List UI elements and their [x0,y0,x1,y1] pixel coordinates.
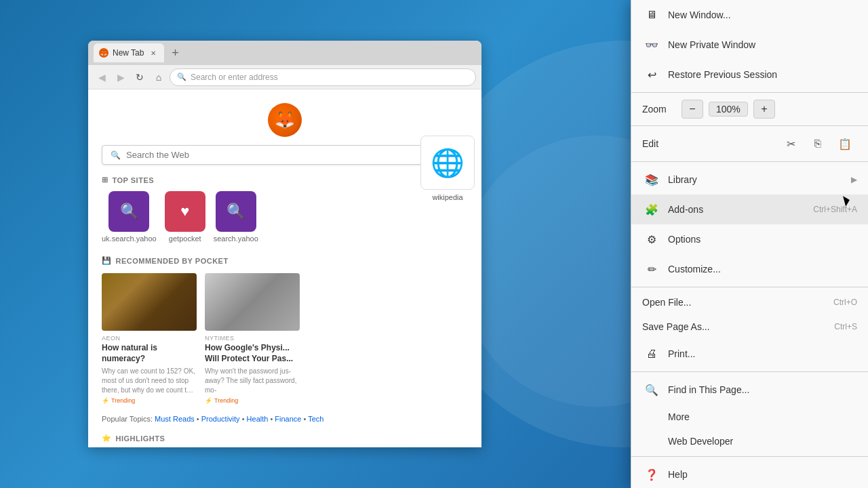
menu-item-library[interactable]: 📚 Library ▶ [631,165,868,195]
pocket-icon: 💾 [102,256,112,265]
topic-must-reads[interactable]: Must Reads [155,415,195,423]
site-tile-getpocket[interactable]: ♥ getpocket [165,191,205,243]
article-thumb-2 [205,273,300,331]
menu-item-web-developer-label: Web Developer [642,436,857,447]
trending-badge-2: ⚡ Trending [205,397,300,404]
trending-icon-1: ⚡ [102,397,109,404]
menu-item-options-label: Options [668,234,857,245]
help-icon: ❓ [642,465,661,484]
menu-item-more-label: More [642,411,857,422]
menu-item-help[interactable]: ❓ Help [631,460,868,488]
separator-5 [631,371,868,372]
separator-6 [631,456,868,457]
menu-item-help-label: Help [668,469,857,480]
highlights-header: ⭐ HIGHLIGHTS [102,434,468,443]
new-window-icon: 🖥 [642,5,661,24]
topic-health[interactable]: Health [247,415,269,423]
site-icon-yahoo: 🔍 [216,191,256,232]
topic-productivity[interactable]: Productivity [201,415,240,423]
firefox-logo: 🦊 [268,103,302,137]
menu-item-new-window-label: New Window... [668,9,857,20]
customize-icon: ✏ [642,260,661,279]
wiki-tile[interactable]: 🌐 wikipedia [420,136,475,202]
article-source-1: AEON [102,335,197,342]
zoom-label: Zoom [642,104,676,115]
separator-3 [631,161,868,162]
grid-icon: ⊞ [102,176,108,184]
home-button[interactable]: ⌂ [151,69,167,85]
search-input[interactable] [126,150,459,160]
tab-bar: 🦊 New Tab ✕ + [88,41,481,65]
new-tab-button[interactable]: + [167,45,183,61]
firefox-menu: 🖥 New Window... 👓 New Private Window ↩ R… [631,0,868,488]
menu-item-new-window[interactable]: 🖥 New Window... [631,0,868,30]
address-search-icon: 🔍 [177,73,186,81]
menu-item-web-developer[interactable]: Web Developer [631,429,868,453]
edit-label: Edit [642,138,776,149]
find-page-icon: 🔍 [642,380,661,399]
separator-4 [631,287,868,287]
menu-item-customize[interactable]: ✏ Customize... [631,254,868,284]
cut-button[interactable]: ✂ [778,133,803,155]
highlights-icon: ⭐ [102,434,112,443]
article-card-1[interactable]: AEON How natural is numeracy? Why can we… [102,273,197,404]
pocket-articles: AEON How natural is numeracy? Why can we… [102,273,468,404]
wiki-icon: 🌐 [420,136,475,190]
article-title-2: How Google's Physi... Will Protect Your … [205,343,300,364]
open-file-shortcut: Ctrl+O [833,298,857,307]
menu-item-more[interactable]: More [631,405,868,429]
menu-item-save-page[interactable]: Save Page As... Ctrl+S [631,314,868,339]
topic-tech[interactable]: Tech [308,415,323,423]
forward-button[interactable]: ▶ [113,69,129,85]
menu-item-restore-session[interactable]: ↩ Restore Previous Session [631,60,868,89]
edit-row: Edit ✂ ⎘ 📋 [631,129,868,159]
address-bar[interactable]: 🔍 Search or enter address [170,68,476,86]
tab-favicon: 🦊 [99,48,108,58]
menu-item-new-private-window[interactable]: 👓 New Private Window [631,30,868,60]
trending-badge-1: ⚡ Trending [102,397,197,404]
back-button[interactable]: ◀ [94,69,110,85]
menu-item-find-page[interactable]: 🔍 Find in This Page... [631,375,868,405]
save-page-shortcut: Ctrl+S [834,322,857,331]
menu-item-restore-session-label: Restore Previous Session [668,69,857,80]
active-tab[interactable]: 🦊 New Tab ✕ [94,43,164,62]
reload-button[interactable]: ↻ [132,69,148,85]
article-title-1: How natural is numeracy? [102,343,197,364]
wiki-label: wikipedia [430,192,465,202]
zoom-minus-button[interactable]: − [682,100,703,119]
menu-item-add-ons-label: Add-ons [668,204,813,215]
top-sites-header: ⊞ TOP SITES [102,176,468,184]
menu-item-open-file[interactable]: Open File... Ctrl+O [631,290,868,314]
nav-bar: ◀ ▶ ↻ ⌂ 🔍 Search or enter address [88,65,481,89]
pocket-header: 💾 RECOMMENDED BY POCKET [102,256,468,265]
tab-title: New Tab [113,48,144,58]
menu-item-print[interactable]: 🖨 Print... [631,339,868,369]
browser-window: 🦊 New Tab ✕ + ◀ ▶ ↻ ⌂ 🔍 Search or enter … [88,41,481,447]
article-card-2[interactable]: NYTIMES How Google's Physi... Will Prote… [205,273,300,404]
site-label-yahoo: search.yahoo [214,235,258,243]
site-tile-yahoo-uk[interactable]: 🔍 uk.search.yahoo [102,191,157,243]
article-source-2: NYTIMES [205,335,300,342]
site-label-getpocket: getpocket [169,235,201,243]
site-label-yahoo-uk: uk.search.yahoo [102,235,157,243]
article-desc-1: Why can we count to 152? OK, most of us … [102,367,197,395]
menu-item-find-page-label: Find in This Page... [668,384,857,395]
topic-finance[interactable]: Finance [275,415,301,423]
web-search-bar[interactable]: 🔍 [102,145,468,165]
menu-item-options[interactable]: ⚙ Options [631,224,868,254]
paste-button[interactable]: 📋 [833,133,857,155]
site-icon-getpocket: ♥ [165,191,205,232]
trending-icon-2: ⚡ [205,397,212,404]
popular-topics: Popular Topics: Must Reads • Productivit… [102,415,468,423]
zoom-plus-button[interactable]: + [753,100,775,119]
site-icon-yahoo-uk: 🔍 [108,191,149,232]
article-thumb-1 [102,273,197,331]
menu-item-add-ons[interactable]: 🧩 Add-ons Ctrl+Shift+A [631,195,868,224]
menu-item-open-file-label: Open File... [642,297,833,308]
menu-item-print-label: Print... [668,348,857,359]
copy-button[interactable]: ⎘ [806,133,830,155]
tab-close-button[interactable]: ✕ [148,47,159,58]
private-window-icon: 👓 [642,35,661,54]
site-tile-yahoo[interactable]: 🔍 search.yahoo [214,191,258,243]
search-icon: 🔍 [111,150,121,160]
